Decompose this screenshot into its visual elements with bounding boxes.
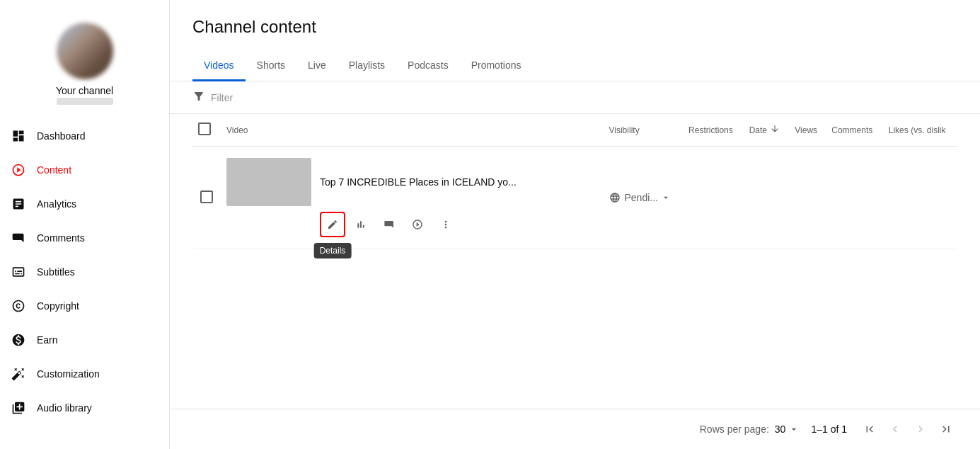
filter-placeholder[interactable]: Filter: [211, 92, 233, 103]
sidebar-item-content-label: Content: [37, 164, 71, 176]
rows-per-page: Rows per page: 30: [700, 424, 800, 435]
sidebar-item-analytics-label: Analytics: [37, 198, 76, 210]
page-title: Channel content: [192, 17, 957, 37]
main-content: Channel content Videos Shorts Live Playl…: [170, 0, 980, 449]
tab-playlists[interactable]: Playlists: [338, 51, 396, 81]
table-container: Video Visibility Restrictions Date Views…: [170, 114, 980, 409]
date-cell: [744, 147, 790, 249]
filter-icon: [192, 90, 205, 105]
earn-icon: [11, 333, 25, 347]
content-table: Video Visibility Restrictions Date Views…: [192, 114, 957, 249]
sidebar-item-dashboard-label: Dashboard: [37, 130, 86, 142]
page-info: 1–1 of 1: [811, 424, 847, 435]
column-header-views: Views: [789, 114, 826, 147]
select-all-header: [192, 114, 221, 147]
last-page-button[interactable]: [935, 418, 957, 441]
table-row: Top 7 INCREDIBLE Places in ICELAND yo...…: [192, 147, 957, 249]
visibility-value: Pendi...: [625, 192, 658, 203]
column-header-date[interactable]: Date: [744, 114, 790, 147]
column-header-restrictions: Restrictions: [683, 114, 744, 147]
sidebar-item-audio-library[interactable]: Audio library: [0, 391, 169, 425]
visibility-cell: Pendi...: [604, 147, 684, 249]
video-thumbnail: [226, 158, 311, 206]
details-tooltip: Details: [314, 243, 352, 258]
comments-count-cell: [826, 147, 883, 249]
next-page-button[interactable]: [909, 418, 932, 441]
copyright-icon: [11, 299, 25, 313]
page-navigation: [858, 418, 957, 441]
column-header-video: Video: [221, 114, 604, 147]
video-title: Top 7 INCREDIBLE Places in ICELAND yo...: [320, 176, 517, 188]
date-sort-icon: [770, 124, 780, 136]
sidebar: Your channel Dashboard Content Analytics…: [0, 0, 170, 449]
video-more-button[interactable]: [433, 212, 459, 237]
sidebar-item-subtitles-label: Subtitles: [37, 266, 75, 278]
rows-per-page-select[interactable]: 30: [775, 424, 800, 435]
table-header-row: Video Visibility Restrictions Date Views…: [192, 114, 957, 147]
rows-per-page-label: Rows per page:: [700, 424, 769, 435]
sidebar-item-comments-label: Comments: [37, 232, 85, 244]
sidebar-item-customization[interactable]: Customization: [0, 357, 169, 391]
sidebar-item-earn-label: Earn: [37, 334, 58, 346]
prev-page-button[interactable]: [884, 418, 906, 441]
pagination: Rows per page: 30 1–1 of 1: [170, 409, 980, 449]
tab-promotions[interactable]: Promotions: [460, 51, 533, 81]
tabs-bar: Videos Shorts Live Playlists Podcasts Pr…: [170, 51, 980, 81]
sidebar-item-dashboard[interactable]: Dashboard: [0, 119, 169, 153]
tab-live[interactable]: Live: [296, 51, 338, 81]
tab-podcasts[interactable]: Podcasts: [396, 51, 460, 81]
rows-per-page-value: 30: [775, 424, 786, 435]
comments-icon: [11, 231, 25, 245]
channel-info: Your channel: [0, 11, 169, 119]
subtitles-icon: [11, 265, 25, 279]
sidebar-item-customization-label: Customization: [37, 368, 100, 380]
details-button[interactable]: [320, 212, 345, 237]
avatar: [57, 23, 113, 79]
tab-videos[interactable]: Videos: [192, 51, 246, 81]
sidebar-item-content[interactable]: Content: [0, 153, 169, 187]
video-actions: Details: [320, 209, 598, 243]
details-action-wrapper: Details: [320, 212, 345, 237]
analytics-icon: [11, 197, 25, 211]
sidebar-item-copyright[interactable]: Copyright: [0, 289, 169, 323]
sidebar-item-audio-library-label: Audio library: [37, 402, 92, 414]
likes-cell: [883, 147, 957, 249]
video-watch-button[interactable]: [405, 212, 430, 237]
audio-library-icon: [11, 401, 25, 415]
visibility-dropdown[interactable]: Pendi...: [625, 192, 671, 203]
channel-handle: [57, 98, 113, 105]
customization-icon: [11, 367, 25, 381]
video-comments-button[interactable]: [376, 212, 402, 237]
tab-shorts[interactable]: Shorts: [246, 51, 296, 81]
dashboard-icon: [11, 129, 25, 143]
column-header-visibility: Visibility: [604, 114, 684, 147]
sidebar-item-copyright-label: Copyright: [37, 300, 79, 312]
sidebar-item-subtitles[interactable]: Subtitles: [0, 255, 169, 289]
sidebar-item-analytics[interactable]: Analytics: [0, 187, 169, 221]
select-all-checkbox[interactable]: [198, 123, 211, 135]
first-page-button[interactable]: [858, 418, 881, 441]
row-select-checkbox[interactable]: [200, 191, 213, 203]
row-checkbox-cell: [192, 147, 221, 249]
content-icon: [11, 163, 25, 177]
filter-bar: Filter: [170, 81, 980, 114]
video-analytics-button[interactable]: [348, 212, 374, 237]
channel-name: Your channel: [56, 85, 113, 96]
video-cell: Top 7 INCREDIBLE Places in ICELAND yo...…: [221, 147, 604, 249]
sidebar-item-comments[interactable]: Comments: [0, 221, 169, 255]
sidebar-item-earn[interactable]: Earn: [0, 323, 169, 357]
video-row-content: Top 7 INCREDIBLE Places in ICELAND yo...: [226, 152, 598, 209]
views-cell: [789, 147, 826, 249]
page-header: Channel content: [170, 0, 980, 51]
restrictions-cell: [683, 147, 744, 249]
column-header-likes: Likes (vs. dislik: [883, 114, 957, 147]
column-header-comments: Comments: [826, 114, 883, 147]
